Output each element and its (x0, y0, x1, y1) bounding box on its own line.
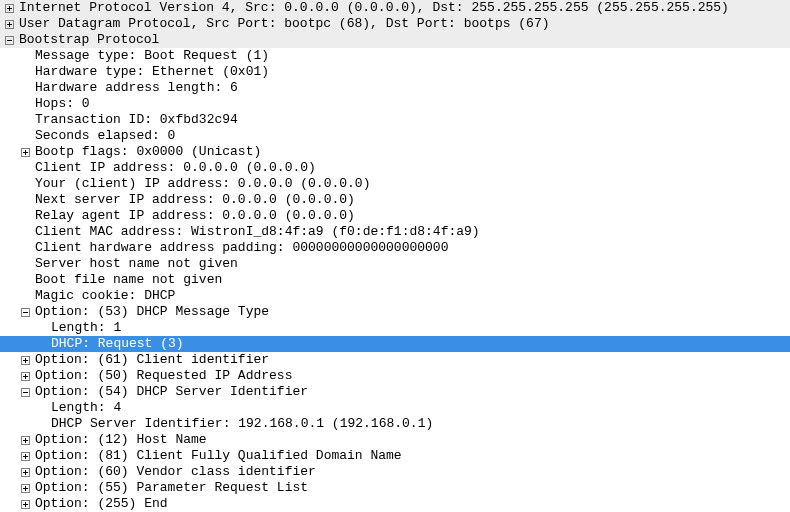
tree-row-opt54val[interactable]: DHCP Server Identifier: 192.168.0.1 (192… (0, 416, 790, 432)
tree-row-label: Client MAC address: WistronI_d8:4f:a9 (f… (35, 224, 480, 240)
tree-row-opt81[interactable]: Option: (81) Client Fully Qualified Doma… (0, 448, 790, 464)
tree-row-opt53[interactable]: Option: (53) DHCP Message Type (0, 304, 790, 320)
tree-row-opt55[interactable]: Option: (55) Parameter Request List (0, 480, 790, 496)
tree-row-label: Option: (54) DHCP Server Identifier (35, 384, 308, 400)
tree-row-opt12[interactable]: Option: (12) Host Name (0, 432, 790, 448)
tree-row-label: Hardware type: Ethernet (0x01) (35, 64, 269, 80)
tree-row-label: Bootstrap Protocol (19, 32, 159, 48)
tree-row-label: Hardware address length: 6 (35, 80, 238, 96)
tree-row-label: User Datagram Protocol, Src Port: bootpc… (19, 16, 550, 32)
tree-row-chpad[interactable]: Client hardware address padding: 0000000… (0, 240, 790, 256)
tree-row-file[interactable]: Boot file name not given (0, 272, 790, 288)
tree-row-sname[interactable]: Server host name not given (0, 256, 790, 272)
tree-row-label: Seconds elapsed: 0 (35, 128, 175, 144)
tree-row-hops[interactable]: Hops: 0 (0, 96, 790, 112)
expand-icon[interactable] (20, 499, 31, 510)
tree-row-label: Option: (50) Requested IP Address (35, 368, 292, 384)
tree-row-label: Option: (255) End (35, 496, 168, 512)
expand-icon[interactable] (20, 371, 31, 382)
collapse-icon[interactable] (20, 307, 31, 318)
expand-icon[interactable] (4, 19, 15, 30)
tree-row-label: Boot file name not given (35, 272, 222, 288)
tree-row-label: Server host name not given (35, 256, 238, 272)
packet-details-tree[interactable]: Internet Protocol Version 4, Src: 0.0.0.… (0, 0, 790, 512)
expand-icon[interactable] (20, 435, 31, 446)
tree-row-label: Option: (61) Client identifier (35, 352, 269, 368)
tree-row-opt60[interactable]: Option: (60) Vendor class identifier (0, 464, 790, 480)
expand-icon[interactable] (20, 147, 31, 158)
tree-row-flags[interactable]: Bootp flags: 0x0000 (Unicast) (0, 144, 790, 160)
tree-row-magic[interactable]: Magic cookie: DHCP (0, 288, 790, 304)
tree-row-label: Next server IP address: 0.0.0.0 (0.0.0.0… (35, 192, 355, 208)
tree-row-xid[interactable]: Transaction ID: 0xfbd32c94 (0, 112, 790, 128)
tree-row-hwtype[interactable]: Hardware type: Ethernet (0x01) (0, 64, 790, 80)
tree-row-chaddr[interactable]: Client MAC address: WistronI_d8:4f:a9 (f… (0, 224, 790, 240)
tree-row-label: Internet Protocol Version 4, Src: 0.0.0.… (19, 0, 729, 16)
tree-row-giaddr[interactable]: Relay agent IP address: 0.0.0.0 (0.0.0.0… (0, 208, 790, 224)
tree-row-opt255[interactable]: Option: (255) End (0, 496, 790, 512)
tree-row-label: Option: (55) Parameter Request List (35, 480, 308, 496)
tree-row-label: Relay agent IP address: 0.0.0.0 (0.0.0.0… (35, 208, 355, 224)
tree-row-yiaddr[interactable]: Your (client) IP address: 0.0.0.0 (0.0.0… (0, 176, 790, 192)
tree-row-secs[interactable]: Seconds elapsed: 0 (0, 128, 790, 144)
tree-row-label: Option: (53) DHCP Message Type (35, 304, 269, 320)
collapse-icon[interactable] (20, 387, 31, 398)
tree-row-opt50[interactable]: Option: (50) Requested IP Address (0, 368, 790, 384)
tree-row-label: Length: 1 (51, 320, 121, 336)
tree-row-label: Magic cookie: DHCP (35, 288, 175, 304)
tree-row-label: DHCP: Request (3) (51, 336, 184, 352)
tree-row-opt54len[interactable]: Length: 4 (0, 400, 790, 416)
tree-row-label: Option: (60) Vendor class identifier (35, 464, 316, 480)
tree-row-label: Client IP address: 0.0.0.0 (0.0.0.0) (35, 160, 316, 176)
expand-icon[interactable] (20, 467, 31, 478)
tree-row-label: Length: 4 (51, 400, 121, 416)
tree-row-opt61[interactable]: Option: (61) Client identifier (0, 352, 790, 368)
tree-row-label: Option: (12) Host Name (35, 432, 207, 448)
collapse-icon[interactable] (4, 35, 15, 46)
tree-row-ciaddr[interactable]: Client IP address: 0.0.0.0 (0.0.0.0) (0, 160, 790, 176)
tree-row-opt54[interactable]: Option: (54) DHCP Server Identifier (0, 384, 790, 400)
tree-row-hwlen[interactable]: Hardware address length: 6 (0, 80, 790, 96)
expand-icon[interactable] (4, 3, 15, 14)
tree-row-label: Your (client) IP address: 0.0.0.0 (0.0.0… (35, 176, 370, 192)
tree-row-bootp[interactable]: Bootstrap Protocol (0, 32, 790, 48)
expand-icon[interactable] (20, 355, 31, 366)
tree-row-label: Message type: Boot Request (1) (35, 48, 269, 64)
tree-row-label: Hops: 0 (35, 96, 90, 112)
tree-row-udp[interactable]: User Datagram Protocol, Src Port: bootpc… (0, 16, 790, 32)
tree-row-msgtype[interactable]: Message type: Boot Request (1) (0, 48, 790, 64)
tree-row-siaddr[interactable]: Next server IP address: 0.0.0.0 (0.0.0.0… (0, 192, 790, 208)
tree-row-label: Client hardware address padding: 0000000… (35, 240, 448, 256)
tree-row-label: Bootp flags: 0x0000 (Unicast) (35, 144, 261, 160)
tree-row-ipv4[interactable]: Internet Protocol Version 4, Src: 0.0.0.… (0, 0, 790, 16)
tree-row-opt53len[interactable]: Length: 1 (0, 320, 790, 336)
tree-row-label: DHCP Server Identifier: 192.168.0.1 (192… (51, 416, 433, 432)
expand-icon[interactable] (20, 483, 31, 494)
tree-row-label: Transaction ID: 0xfbd32c94 (35, 112, 238, 128)
tree-row-opt53val[interactable]: DHCP: Request (3) (0, 336, 790, 352)
expand-icon[interactable] (20, 451, 31, 462)
tree-row-label: Option: (81) Client Fully Qualified Doma… (35, 448, 402, 464)
